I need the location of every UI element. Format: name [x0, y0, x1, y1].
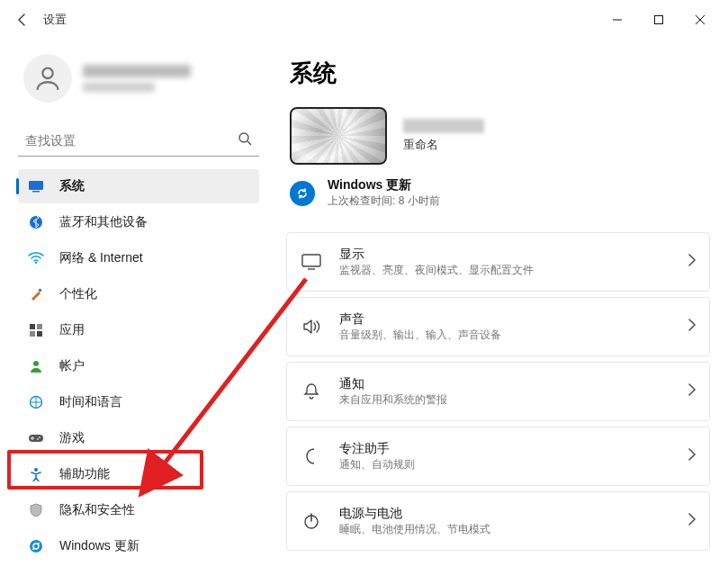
card-sub: 睡眠、电池使用情况、节电模式 — [339, 522, 688, 537]
svg-rect-13 — [37, 331, 42, 337]
nav-label: 系统 — [59, 178, 85, 194]
card-focus-assist[interactable]: 专注助手通知、自动规则 — [286, 427, 710, 486]
chevron-right-icon — [688, 254, 697, 270]
titlebar: 设置 — [0, 0, 728, 40]
svg-rect-9 — [38, 288, 41, 292]
svg-rect-12 — [30, 331, 35, 337]
maximize-button[interactable] — [638, 4, 679, 35]
account-icon — [27, 357, 45, 375]
svg-rect-1 — [655, 16, 663, 24]
device-name-redacted — [403, 119, 484, 133]
card-title: 通知 — [339, 376, 688, 392]
chevron-right-icon — [688, 319, 697, 335]
nav-label: 辅助功能 — [59, 466, 110, 482]
nav-item-time-language[interactable]: 时间和语言 — [18, 385, 259, 419]
update-icon — [27, 537, 45, 555]
chevron-right-icon — [688, 383, 697, 400]
svg-point-2 — [42, 68, 52, 78]
wifi-icon — [27, 249, 45, 267]
nav-item-personalization[interactable]: 个性化 — [18, 277, 259, 311]
shield-icon — [27, 501, 45, 519]
card-notifications[interactable]: 通知来自应用和系统的警报 — [286, 362, 710, 421]
svg-point-14 — [33, 361, 39, 366]
avatar — [23, 54, 72, 103]
sync-icon — [290, 181, 315, 206]
card-title: 声音 — [339, 311, 688, 328]
svg-point-17 — [39, 436, 40, 438]
search-icon — [238, 131, 252, 149]
minimize-button[interactable] — [597, 4, 638, 35]
card-title: 电源与电池 — [339, 506, 688, 522]
svg-point-3 — [239, 133, 248, 142]
nav-item-apps[interactable]: 应用 — [18, 313, 259, 347]
gaming-icon — [27, 429, 45, 447]
nav-label: 游戏 — [59, 430, 85, 446]
nav-item-gaming[interactable]: 游戏 — [18, 421, 259, 455]
svg-rect-5 — [29, 181, 43, 190]
system-icon — [27, 177, 45, 195]
main-pane: 系统 重命名 Windows 更新 上次检查时间: 8 小时前 显示监视器、亮度… — [270, 40, 728, 575]
sound-icon — [300, 319, 323, 335]
apps-icon — [27, 321, 45, 339]
accessibility-icon — [27, 465, 45, 483]
nav-item-accounts[interactable]: 帐户 — [18, 349, 259, 383]
nav-item-privacy[interactable]: 隐私和安全性 — [18, 493, 259, 527]
close-button[interactable] — [679, 4, 721, 35]
moon-icon — [300, 447, 323, 465]
search-input[interactable] — [25, 133, 238, 148]
card-power-battery[interactable]: 电源与电池睡眠、电池使用情况、节电模式 — [286, 491, 710, 551]
nav-label: 隐私和安全性 — [59, 502, 135, 518]
nav-item-windows-update[interactable]: Windows 更新 — [18, 529, 259, 563]
nav-item-network[interactable]: 网络 & Internet — [18, 241, 259, 275]
nav-label: 应用 — [59, 322, 85, 338]
svg-point-20 — [30, 540, 42, 553]
rename-link[interactable]: 重命名 — [403, 137, 484, 153]
device-thumbnail[interactable] — [290, 107, 387, 165]
brush-icon — [27, 285, 45, 303]
sidebar: 系统 蓝牙和其他设备 网络 & Internet 个性化 应用 帐户 — [0, 40, 270, 575]
svg-point-8 — [35, 262, 37, 264]
card-sub: 音量级别、输出、输入、声音设备 — [339, 328, 688, 343]
nav-label: 蓝牙和其他设备 — [59, 214, 148, 230]
card-title: 专注助手 — [339, 441, 688, 457]
window-title: 设置 — [43, 12, 67, 28]
nav-item-bluetooth[interactable]: 蓝牙和其他设备 — [18, 205, 259, 239]
card-sub: 通知、自动规则 — [339, 457, 688, 472]
nav-list: 系统 蓝牙和其他设备 网络 & Internet 个性化 应用 帐户 — [18, 169, 259, 563]
back-button[interactable] — [7, 4, 38, 35]
chevron-right-icon — [688, 448, 697, 464]
nav-item-accessibility[interactable]: 辅助功能 — [18, 457, 259, 491]
nav-label: Windows 更新 — [59, 538, 139, 554]
page-title: 系统 — [290, 58, 710, 89]
power-icon — [300, 512, 323, 530]
svg-rect-6 — [32, 191, 40, 193]
chevron-right-icon — [688, 513, 697, 529]
search-box[interactable] — [18, 124, 259, 157]
nav-label: 个性化 — [59, 286, 97, 302]
bluetooth-icon — [27, 213, 45, 231]
profile-name-redacted — [83, 65, 191, 92]
svg-point-19 — [34, 468, 38, 472]
svg-point-18 — [37, 438, 39, 440]
svg-line-4 — [247, 141, 251, 145]
card-display[interactable]: 显示监视器、亮度、夜间模式、显示配置文件 — [286, 232, 710, 292]
update-title: Windows 更新 — [328, 177, 440, 193]
card-title: 显示 — [339, 247, 688, 263]
settings-cards: 显示监视器、亮度、夜间模式、显示配置文件 声音音量级别、输出、输入、声音设备 通… — [286, 232, 710, 551]
nav-label: 网络 & Internet — [59, 250, 143, 266]
globe-clock-icon — [27, 393, 45, 411]
nav-item-system[interactable]: 系统 — [18, 169, 259, 203]
nav-label: 帐户 — [59, 358, 85, 374]
card-sub: 监视器、亮度、夜间模式、显示配置文件 — [339, 263, 688, 278]
svg-rect-10 — [30, 324, 35, 329]
display-icon — [300, 254, 323, 270]
nav-label: 时间和语言 — [59, 394, 122, 410]
profile-block[interactable] — [23, 54, 259, 103]
svg-rect-11 — [37, 324, 42, 329]
card-sound[interactable]: 声音音量级别、输出、输入、声音设备 — [286, 297, 710, 356]
windows-update-row[interactable]: Windows 更新 上次检查时间: 8 小时前 — [290, 177, 710, 209]
bell-icon — [300, 382, 323, 400]
window-controls — [597, 4, 721, 35]
svg-rect-21 — [302, 255, 320, 266]
device-row: 重命名 — [290, 107, 710, 165]
